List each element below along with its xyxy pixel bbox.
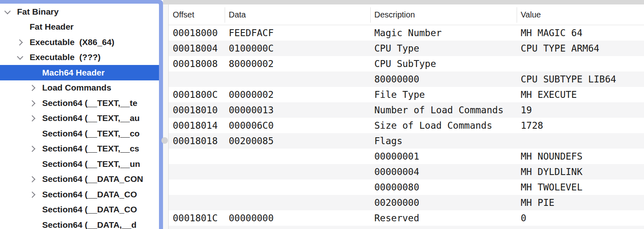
cell-value: MH_TWOLEVEL — [517, 182, 644, 192]
cell-data: 00000013 — [225, 105, 370, 115]
sidebar-item[interactable]: Load Commands — [0, 80, 159, 96]
table-row[interactable]: 00000004MH_DYLDLINK — [169, 164, 644, 179]
table-header-row: Offset Data Description Value — [169, 4, 644, 25]
sidebar-item[interactable]: Section64 (__TEXT,__te — [0, 95, 159, 111]
cell-value: MH_MAGIC_64 — [517, 28, 644, 38]
table-row[interactable]: 0001800880000002CPU SubType — [169, 56, 644, 71]
binary-structure-tree: Fat BinaryFat HeaderExecutable (X86_64)E… — [0, 4, 159, 229]
chevron-right-icon[interactable] — [15, 37, 26, 48]
sidebar-item[interactable]: Section64 (__DATA,__d — [0, 217, 159, 229]
sidebar-item-label: Section64 (__DATA_CON — [42, 174, 143, 184]
cell-value: MH_EXECUTE — [517, 89, 644, 100]
cell-description: 00200000 — [370, 197, 517, 208]
table-row[interactable]: 0001801800200085Flags — [169, 133, 644, 149]
table-row[interactable]: 00018000FEEDFACFMagic NumberMH_MAGIC_64 — [169, 25, 644, 41]
sidebar-item[interactable]: Executable (???) — [0, 50, 159, 65]
chevron-placeholder — [28, 128, 38, 139]
cell-description: 00000080 — [370, 182, 517, 192]
cell-offset: 00018018 — [169, 136, 225, 146]
chevron-right-icon[interactable] — [28, 98, 38, 108]
table-row[interactable]: 0001801000000013Number of Load Commands1… — [169, 102, 644, 118]
sidebar-item[interactable]: Fat Binary — [0, 4, 159, 19]
cell-value: MH_NOUNDEFS — [517, 151, 644, 162]
table-body: 00018000FEEDFACFMagic NumberMH_MAGIC_640… — [169, 25, 644, 229]
header-fields-table: Offset Data Description Value 00018000FE… — [168, 4, 644, 229]
cell-data: 000006C0 — [225, 120, 370, 131]
sidebar-item[interactable]: Section64 (__TEXT,__un — [0, 156, 159, 172]
sidebar-item-label: Fat Header — [30, 22, 74, 32]
sidebar-item-label: Fat Binary — [17, 7, 59, 17]
column-header-offset[interactable]: Offset — [169, 10, 225, 19]
table-row[interactable] — [169, 226, 644, 229]
chevron-placeholder — [28, 204, 38, 215]
sidebar-item-label: Section64 (__TEXT,__te — [42, 98, 137, 108]
cell-offset: 00018014 — [169, 120, 225, 131]
cell-data: 0100000C — [225, 43, 370, 54]
cell-description: Flags — [370, 136, 517, 146]
column-separator — [225, 7, 225, 23]
cell-value: 0 — [517, 213, 644, 223]
table-row[interactable]: 00000080MH_TWOLEVEL — [169, 179, 644, 195]
sidebar-item-label: Section64 (__DATA_CO — [42, 205, 137, 214]
sidebar-item[interactable]: Section64 (__DATA_CON — [0, 172, 159, 187]
table-row[interactable]: 00000001MH_NOUNDEFS — [169, 149, 644, 164]
cell-data: 80000002 — [225, 58, 370, 69]
cell-offset: 0001800C — [169, 89, 225, 100]
chevron-right-icon[interactable] — [28, 143, 38, 154]
sidebar-tree-pane: Fat BinaryFat HeaderExecutable (X86_64)E… — [0, 4, 159, 229]
sidebar-item[interactable]: Section64 (__DATA_CO — [0, 202, 159, 218]
sidebar-item[interactable]: Section64 (__TEXT,__au — [0, 111, 159, 126]
chevron-down-icon[interactable] — [15, 52, 26, 63]
sidebar-item-label: Section64 (__DATA,__d — [42, 220, 137, 229]
cell-value: CPU_SUBTYPE_LIB64 — [517, 74, 644, 84]
chevron-right-icon[interactable] — [28, 82, 38, 93]
sidebar-item[interactable]: Executable (X86_64) — [0, 35, 159, 50]
table-row[interactable]: 0001801C00000000Reserved0 — [169, 210, 644, 226]
sidebar-item[interactable]: Section64 (__DATA_CO — [0, 187, 159, 202]
cell-description: 00000001 — [370, 151, 517, 162]
chevron-right-icon[interactable] — [28, 189, 38, 200]
chevron-placeholder — [15, 22, 26, 32]
sidebar-item-label: Load Commands — [42, 83, 111, 93]
table-row[interactable]: 000180040100000CCPU TypeCPU_TYPE_ARM64 — [169, 41, 644, 56]
sidebar-item[interactable]: Mach64 Header — [0, 65, 159, 80]
sidebar-item-label: Section64 (__TEXT,__cs — [42, 144, 139, 153]
sidebar-item-label: Section64 (__TEXT,__au — [42, 113, 140, 123]
table-row[interactable]: 0001800C00000002File TypeMH_EXECUTE — [169, 87, 644, 102]
chevron-placeholder — [28, 220, 38, 229]
cell-description: 00000004 — [370, 166, 517, 177]
cell-offset: 00018000 — [169, 28, 225, 38]
chevron-placeholder — [28, 159, 38, 169]
chevron-right-icon[interactable] — [28, 113, 38, 123]
splitter-handle[interactable] — [161, 137, 168, 144]
chevron-right-icon[interactable] — [28, 174, 38, 184]
sidebar-item[interactable]: Section64 (__TEXT,__cs — [0, 141, 159, 157]
cell-value: CPU_TYPE_ARM64 — [517, 43, 644, 54]
sidebar-item-label: Executable (???) — [30, 52, 101, 62]
cell-data: FEEDFACF — [225, 28, 370, 38]
column-header-value[interactable]: Value — [517, 10, 644, 19]
table-row[interactable]: 80000000CPU_SUBTYPE_LIB64 — [169, 71, 644, 87]
cell-offset: 00018004 — [169, 43, 225, 54]
sidebar-item[interactable]: Fat Header — [0, 19, 159, 35]
cell-value: MH_PIE — [517, 197, 644, 208]
cell-description: Size of Load Commands — [370, 120, 517, 131]
machoview-window: Offset Data Description Value 00018000FE… — [0, 0, 644, 229]
sidebar-item-label: Section64 (__DATA_CO — [42, 190, 137, 199]
chevron-placeholder — [28, 67, 38, 78]
cell-value: 19 — [517, 105, 644, 115]
cell-data: 00200085 — [225, 136, 370, 146]
cell-description: CPU SubType — [370, 58, 517, 69]
table-row[interactable]: 00200000MH_PIE — [169, 195, 644, 210]
cell-offset: 00018008 — [169, 58, 225, 69]
cell-value: MH_DYLDLINK — [517, 166, 644, 177]
column-header-data[interactable]: Data — [225, 10, 370, 19]
sidebar-item[interactable]: Section64 (__TEXT,__co — [0, 126, 159, 141]
cell-offset: 0001801C — [169, 213, 225, 223]
chevron-down-icon[interactable] — [2, 6, 13, 17]
cell-description: 80000000 — [370, 74, 517, 84]
table-row[interactable]: 00018014000006C0Size of Load Commands172… — [169, 118, 644, 133]
column-header-description[interactable]: Description — [370, 10, 517, 19]
sidebar-item-label: Executable (X86_64) — [30, 37, 114, 47]
cell-description: Magic Number — [370, 28, 517, 38]
